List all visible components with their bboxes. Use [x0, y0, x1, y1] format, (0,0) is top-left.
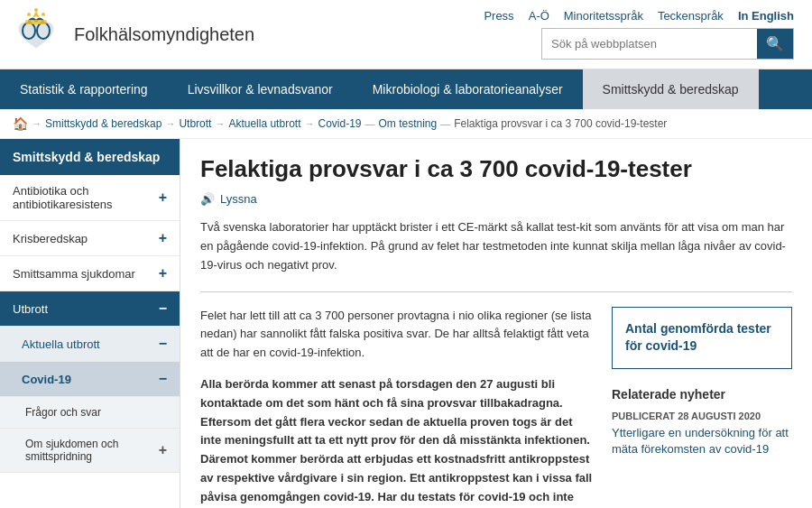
minoritetssprak-link[interactable]: Minoritetsspråk — [564, 9, 643, 23]
page-title: Felaktiga provsvar i ca 3 700 covid-19-t… — [200, 155, 792, 183]
a-o-link[interactable]: A-Ö — [529, 9, 549, 23]
published-label: PUBLICERAT 28 AUGUSTI 2020 — [612, 411, 792, 421]
sidebar-item-krisberedskap[interactable]: Krisberedskap + — [0, 221, 180, 256]
main-layout: Smittskydd & beredskap Antibiotika och a… — [0, 139, 812, 508]
content-with-aside: Felet har lett till att ca 3 700 persone… — [200, 307, 792, 508]
sidebar-item-utbrott[interactable]: Utbrott − — [0, 291, 180, 327]
collapse-icon: − — [159, 371, 167, 387]
in-english-link[interactable]: In English — [738, 9, 794, 23]
sidebar-item-fragor[interactable]: Frågor och svar — [0, 397, 180, 429]
svg-point-3 — [42, 13, 45, 16]
top-right: Press A-Ö Minoritetsspråk Teckenspråk In… — [484, 9, 794, 60]
logo-area: Folkhälsomyndigheten — [9, 7, 254, 61]
breadcrumb-smittskydd[interactable]: Smittskydd & beredskap — [45, 117, 161, 130]
related-news: Relaterade nyheter PUBLICERAT 28 AUGUSTI… — [612, 387, 792, 457]
breadcrumb-aktuella[interactable]: Aktuella utbrott — [228, 117, 300, 130]
body-text-1: Felet har lett till att ca 3 700 persone… — [200, 307, 594, 363]
sidebar-item-antibiotika[interactable]: Antibiotika och antibiotikaresistens + — [0, 175, 180, 221]
nav-smittskydd[interactable]: Smittskydd & beredskap — [583, 69, 759, 109]
svg-marker-0 — [32, 11, 40, 18]
nav-livsvillkor[interactable]: Livsvillkor & levnadsvanor — [168, 69, 353, 109]
top-links: Press A-Ö Minoritetsspråk Teckenspråk In… — [484, 9, 794, 23]
listen-button[interactable]: 🔊 Lyssna — [200, 192, 792, 206]
breadcrumb-covid19[interactable]: Covid-19 — [318, 117, 361, 130]
sidebar-item-smittsamma[interactable]: Smittsamma sjukdomar + — [0, 256, 180, 291]
search-box: 🔍 — [541, 28, 794, 60]
press-link[interactable]: Press — [484, 9, 513, 23]
related-news-title: Relaterade nyheter — [612, 387, 792, 402]
home-icon[interactable]: 🏠 — [13, 116, 28, 131]
sidebar-item-covid19[interactable]: Covid-19 − — [0, 362, 180, 397]
body-text-2: Alla berörda kommer att senast på torsda… — [200, 375, 594, 508]
main-text: Felet har lett till att ca 3 700 persone… — [200, 307, 594, 508]
expand-icon: + — [159, 442, 167, 458]
divider — [200, 291, 792, 292]
nav-mikrobiologi[interactable]: Mikrobiologi & laboratorieanalyser — [353, 69, 583, 109]
teckensprak-link[interactable]: Teckenspråk — [658, 9, 724, 23]
logo-icon — [9, 7, 63, 61]
top-bar: Folkhälsomyndigheten Press A-Ö Minoritet… — [0, 0, 812, 69]
expand-icon: + — [159, 230, 167, 246]
sidebar-title: Smittskydd & beredskap — [0, 139, 180, 175]
aside-link-box[interactable]: Antal genomförda tester för covid-19 — [612, 307, 792, 369]
search-button[interactable]: 🔍 — [757, 29, 793, 59]
speaker-icon: 🔊 — [200, 192, 215, 206]
nav-bar: Statistik & rapportering Livsvillkor & l… — [0, 69, 812, 109]
svg-rect-6 — [25, 20, 47, 24]
collapse-icon: − — [159, 300, 167, 317]
sidebar: Smittskydd & beredskap Antibiotika och a… — [0, 139, 180, 508]
breadcrumb: 🏠 → Smittskydd & beredskap → Utbrott → A… — [0, 109, 812, 139]
content: Felaktiga provsvar i ca 3 700 covid-19-t… — [180, 139, 812, 508]
org-name: Folkhälsomyndigheten — [74, 24, 254, 45]
breadcrumb-current: Felaktiga provsvar i ca 3 700 covid-19-t… — [454, 117, 667, 130]
search-input[interactable] — [542, 31, 757, 57]
expand-icon: + — [159, 189, 167, 206]
collapse-icon: − — [159, 336, 167, 352]
svg-point-2 — [27, 13, 31, 16]
aside-link[interactable]: Antal genomförda tester för covid-19 — [625, 321, 771, 354]
intro-text: Två svenska laboratorier har upptäckt br… — [200, 218, 792, 274]
breadcrumb-utbrott[interactable]: Utbrott — [179, 117, 211, 130]
sidebar-item-aktuella-utbrott[interactable]: Aktuella utbrott − — [0, 327, 180, 362]
nav-statistik[interactable]: Statistik & rapportering — [0, 69, 168, 109]
svg-point-1 — [34, 8, 38, 12]
aside-panel: Antal genomförda tester för covid-19 Rel… — [612, 307, 792, 508]
breadcrumb-om-testning[interactable]: Om testning — [379, 117, 438, 130]
sidebar-item-om-sjukdomen[interactable]: Om sjukdomen och smittspridning + — [0, 429, 180, 473]
related-link[interactable]: Ytterligare en undersökning för att mäta… — [612, 426, 789, 456]
expand-icon: + — [159, 265, 167, 282]
